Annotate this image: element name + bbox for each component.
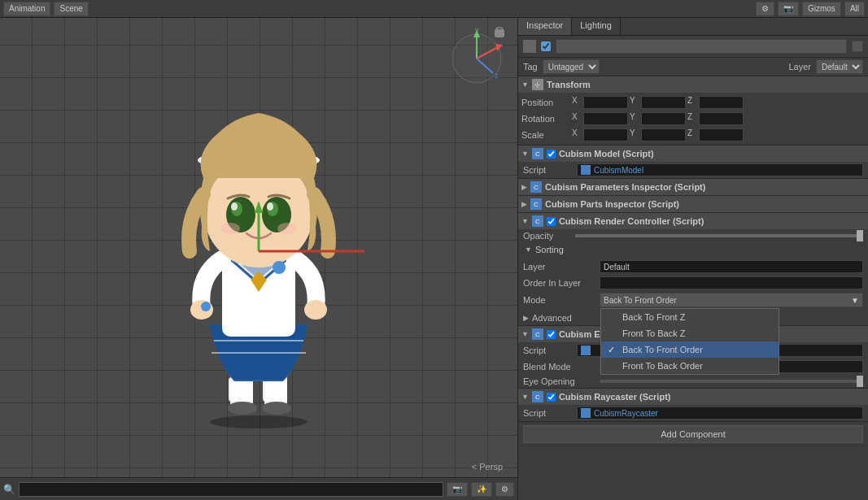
cubism-parts-arrow: ▶ — [521, 200, 527, 208]
layer-select[interactable]: Default — [816, 59, 863, 74]
rotation-xyz: X 0 Y 0 Z 0 — [572, 112, 865, 125]
cubism-parts-title: Cubism Parts Inspector (Script) — [545, 199, 865, 209]
tag-layer-row: Tag Untagged Layer Default — [518, 58, 868, 76]
rot-x-label: X — [572, 112, 582, 125]
cubism-raycaster-script-icon — [581, 408, 591, 418]
pos-z-label: Z — [687, 96, 697, 109]
cubism-raycaster-script-row: Script CubismRaycaster — [518, 405, 868, 421]
cubism-model-checkbox[interactable] — [547, 150, 556, 159]
scale-x-input[interactable]: 1 — [583, 128, 628, 141]
mode-dropdown-popup: Back To Front Z Front To Back Z ✓ Back T… — [600, 308, 779, 375]
search-icon: 🔍 — [3, 484, 15, 495]
scale-z-label: Z — [687, 128, 697, 141]
position-label: Position — [521, 98, 570, 107]
order-input[interactable]: 0 — [600, 276, 863, 289]
object-name-input[interactable]: RaycastingKoharu — [556, 39, 847, 54]
inspector-tabs: Inspector Lighting — [518, 18, 868, 36]
cubism-model-script-row: Script CubismModel — [518, 162, 868, 178]
cubism-parameters-header[interactable]: ▶ C Cubism Parameters Inspector (Script) — [518, 179, 868, 195]
eye-opening-row: Eye Opening — [518, 375, 868, 388]
settings-btn[interactable]: ⚙ — [495, 482, 514, 497]
sorting-layer-row: Layer Default — [523, 259, 863, 275]
fx-btn[interactable]: ✨ — [471, 482, 492, 497]
cubism-eye-arrow: ▼ — [521, 330, 529, 338]
svg-text:y: y — [475, 26, 479, 34]
opacity-slider[interactable] — [575, 234, 863, 237]
cubism-render-checkbox[interactable] — [547, 217, 556, 226]
wrench-btn[interactable]: ⚙ — [756, 2, 774, 16]
dropdown-item-back-front-order[interactable]: ✓ Back To Front Order — [601, 341, 779, 358]
order-in-layer-row: Order In Layer 0 — [523, 275, 863, 291]
svg-text:z: z — [495, 72, 499, 80]
transform-component: ▼ ⊹ Transform Position X 0 Y 0 Z — [518, 76, 868, 146]
inspector-content: RaycastingKoharu Tag Untagged Layer Defa… — [518, 36, 868, 500]
mode-dropdown[interactable]: Back To Front Order ▼ Back To Front Z Fr… — [600, 293, 863, 307]
rot-z-label: Z — [687, 112, 697, 125]
transform-title: Transform — [547, 80, 865, 89]
cubism-raycaster-header[interactable]: ▼ C Cubism Raycaster (Script) — [518, 389, 868, 405]
opacity-label: Opacity — [523, 231, 572, 241]
mode-label: Mode — [523, 295, 596, 305]
position-y-input[interactable]: 0 — [641, 96, 686, 109]
scene-search-input[interactable] — [19, 482, 443, 497]
transform-collapse-arrow: ▼ — [521, 80, 529, 89]
all-btn[interactable]: All — [844, 2, 865, 16]
dropdown-item-back-front-z[interactable]: Back To Front Z — [601, 309, 779, 325]
cubism-raycaster-checkbox[interactable] — [547, 393, 556, 402]
position-x-input[interactable]: 0 — [583, 96, 628, 109]
dropdown-item-label-1: Front To Back Z — [622, 328, 685, 338]
tab-inspector[interactable]: Inspector — [518, 18, 572, 35]
dropdown-arrow-icon: ▼ — [851, 296, 859, 305]
opacity-fill — [575, 234, 863, 237]
dropdown-item-front-back-order[interactable]: Front To Back Order — [601, 358, 779, 374]
sorting-header[interactable]: ▼ Sorting — [518, 242, 868, 257]
animation-tab[interactable]: Animation — [3, 2, 50, 16]
add-component-button[interactable]: Add Component — [523, 425, 863, 443]
mode-row: Mode Back To Front Order ▼ Back To Front… — [523, 291, 863, 309]
cubism-eye-script-label: Script — [523, 346, 572, 355]
transform-header[interactable]: ▼ ⊹ Transform — [518, 76, 868, 93]
object-icon — [523, 40, 536, 53]
scene-tab[interactable]: Scene — [54, 2, 88, 16]
cubism-parameters-icon: C — [530, 181, 542, 193]
opacity-row: Opacity — [518, 229, 868, 242]
cubism-render-header[interactable]: ▼ C Cubism Render Controller (Script) — [518, 213, 868, 229]
cubism-raycaster-script-value: CubismRaycaster — [577, 407, 863, 420]
camera-btn[interactable]: 📷 — [778, 2, 799, 16]
svg-point-25 — [220, 223, 240, 234]
gizmos-btn[interactable]: Gizmos — [802, 2, 841, 16]
svg-point-11 — [304, 300, 327, 320]
svg-point-24 — [267, 202, 273, 211]
tag-select[interactable]: Untagged — [543, 59, 600, 74]
cubism-model-header[interactable]: ▼ C Cubism Model (Script) — [518, 146, 868, 162]
dropdown-item-front-back-z[interactable]: Front To Back Z — [601, 325, 779, 341]
rotation-x-input[interactable]: 0 — [583, 112, 628, 125]
position-z-input[interactable]: 0 — [699, 96, 744, 109]
tab-lighting[interactable]: Lighting — [572, 18, 621, 35]
scale-y-input[interactable]: 1 — [641, 128, 686, 141]
position-row: Position X 0 Y 0 Z 0 — [521, 94, 865, 111]
sorting-arrow: ▼ — [525, 246, 532, 254]
cubism-model-arrow: ▼ — [521, 150, 529, 158]
persp-label: < Persp — [472, 462, 503, 472]
svg-point-12 — [201, 302, 211, 311]
screenshot-btn[interactable]: 📷 — [447, 482, 468, 497]
sorting-layer-label: Layer — [523, 262, 596, 272]
cubism-eye-checkbox[interactable] — [547, 330, 556, 339]
top-toolbar: Animation Scene ⚙ 📷 Gizmos All — [0, 0, 868, 18]
cubism-model-script-icon — [581, 165, 591, 175]
rotation-y-input[interactable]: 0 — [641, 112, 686, 125]
cubism-parts-header[interactable]: ▶ C Cubism Parts Inspector (Script) — [518, 196, 868, 212]
dropdown-item-label-2: Back To Front Order — [622, 345, 703, 354]
eye-opening-thumb — [857, 376, 863, 387]
object-active-checkbox[interactable] — [541, 41, 551, 51]
rotation-z-input[interactable]: 0 — [699, 112, 744, 125]
cubism-render-arrow: ▼ — [521, 217, 529, 225]
scale-z-input[interactable]: 1 — [699, 128, 744, 141]
rotation-row: Rotation X 0 Y 0 Z 0 — [521, 111, 865, 127]
transform-fields: Position X 0 Y 0 Z 0 Rotation — [518, 93, 868, 145]
sorting-section: Layer Default Order In Layer 0 Mode Back… — [518, 257, 868, 311]
sorting-layer-text: Default — [604, 263, 630, 272]
eye-opening-slider[interactable] — [600, 380, 863, 383]
transform-icon: ⊹ — [532, 79, 543, 90]
